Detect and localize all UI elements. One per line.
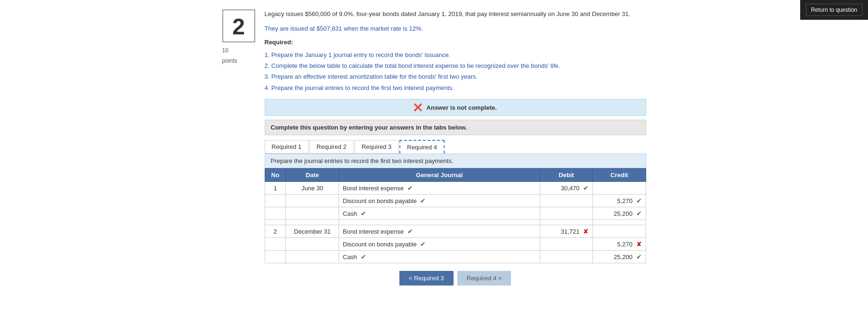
entry-credit-1-1[interactable] — [593, 182, 646, 195]
table-row: Discount on bonds payable ✔ 5,270 ✔ — [265, 195, 646, 207]
tab-required-3[interactable]: Required 3 — [355, 140, 399, 154]
tab-required-2[interactable]: Required 2 — [309, 140, 354, 154]
debit-status-1-1: ✔ — [583, 184, 589, 192]
top-bar: Return to question — [800, 0, 868, 20]
entry-credit-1-2[interactable]: 5,270 ✔ — [593, 195, 646, 207]
entry-debit-2-2[interactable] — [540, 238, 592, 251]
entry-credit-2-3[interactable]: 25,200 ✔ — [593, 251, 646, 263]
separator-row — [265, 220, 646, 225]
next-button[interactable]: Required 4 > — [457, 271, 511, 285]
entry-debit-1-1[interactable]: 30,470 ✔ — [540, 182, 592, 195]
tab-required-1[interactable]: Required 1 — [265, 140, 309, 154]
entry-no-2: 2 — [265, 225, 286, 238]
entry-debit-2-3[interactable] — [540, 251, 592, 263]
tab-description: Prepare the journal entries to record th… — [265, 154, 646, 168]
credit-status-1-2: ✔ — [636, 197, 642, 204]
header-no: No — [265, 169, 286, 182]
table-row: 1 June 30 Bond interest expense ✔ 30,470… — [265, 182, 646, 195]
entry-debit-1-2[interactable] — [540, 195, 592, 207]
table-row: Discount on bonds payable ✔ 5,270 ✘ — [265, 238, 646, 251]
instruction-1: 1. Prepare the January 1 journal entry t… — [265, 49, 646, 60]
entry-account-1-2[interactable]: Discount on bonds payable ✔ — [339, 195, 540, 207]
row-status-icon-2-2: ✔ — [420, 240, 426, 248]
debit-status-2-1: ✘ — [583, 228, 589, 235]
table-row: 2 December 31 Bond interest expense ✔ 31… — [265, 225, 646, 238]
alert-incomplete-banner: ❌ Answer is not complete. — [265, 99, 646, 116]
error-icon: ❌ — [414, 103, 422, 111]
credit-status-2-2: ✘ — [636, 240, 642, 248]
points-label: points — [222, 57, 255, 64]
question-text2: They are issued at $507,831 when the mar… — [265, 24, 646, 34]
instruction-3: 3. Prepare an effective interest amortiz… — [265, 71, 646, 82]
table-row: Cash ✔ 25,200 ✔ — [265, 251, 646, 263]
entry-account-2-3[interactable]: Cash ✔ — [339, 251, 540, 263]
table-row: Cash ✔ 25,200 ✔ — [265, 207, 646, 220]
row-status-icon-1-3: ✔ — [361, 210, 366, 217]
entry-date-2-1: December 31 — [286, 225, 339, 238]
header-date: Date — [286, 169, 339, 182]
row-status-icon-1-2: ✔ — [420, 197, 426, 204]
required-label: Required: — [265, 39, 646, 46]
entry-debit-2-1[interactable]: 31,721 ✘ — [540, 225, 592, 238]
question-text: Legacy issues $560,000 of 9.0%, four-yea… — [265, 9, 646, 19]
credit-status-2-3: ✔ — [636, 253, 642, 261]
nav-buttons: < Required 3 Required 4 > — [265, 271, 646, 285]
row-status-icon-2-1: ✔ — [407, 228, 413, 235]
journal-table: No Date General Journal Debit Credit 1 J… — [265, 168, 646, 263]
header-general-journal: General Journal — [339, 169, 540, 182]
row-status-icon-2-3: ✔ — [361, 253, 366, 261]
credit-status-1-3: ✔ — [636, 210, 642, 217]
instruction-2: 2. Complete the below table to calculate… — [265, 60, 646, 71]
entry-account-1-1[interactable]: Bond interest expense ✔ — [339, 182, 540, 195]
header-debit: Debit — [540, 169, 592, 182]
header-credit: Credit — [593, 169, 646, 182]
prev-button[interactable]: < Required 3 — [399, 271, 454, 285]
return-to-question-button[interactable]: Return to question — [806, 4, 862, 16]
entry-debit-1-3[interactable] — [540, 207, 592, 220]
entry-credit-1-3[interactable]: 25,200 ✔ — [593, 207, 646, 220]
entry-account-2-2[interactable]: Discount on bonds payable ✔ — [339, 238, 540, 251]
instructions-list: 1. Prepare the January 1 journal entry t… — [265, 49, 646, 94]
alert-text: Answer is not complete. — [426, 104, 497, 111]
instruction-4: 4. Prepare the journal entries to record… — [265, 82, 646, 93]
tabs-container: Required 1 Required 2 Required 3 Require… — [265, 140, 646, 154]
row-status-icon-1-1: ✔ — [407, 184, 413, 192]
entry-date-1-1: June 30 — [286, 182, 339, 195]
points-value: 10 — [222, 47, 255, 54]
entry-credit-2-1[interactable] — [593, 225, 646, 238]
entry-account-2-1[interactable]: Bond interest expense ✔ — [339, 225, 540, 238]
tab-required-4[interactable]: Required 4 — [399, 140, 445, 154]
question-number: 2 — [222, 9, 255, 42]
entry-account-1-3[interactable]: Cash ✔ — [339, 207, 540, 220]
instruction-bar: Complete this question by entering your … — [265, 120, 646, 135]
entry-no-1: 1 — [265, 182, 286, 195]
entry-credit-2-2[interactable]: 5,270 ✘ — [593, 238, 646, 251]
